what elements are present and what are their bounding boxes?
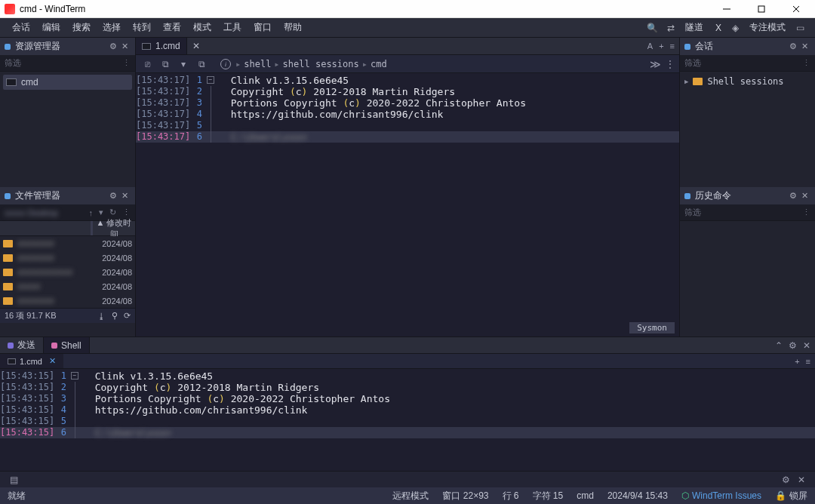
status-line: 行 6 [503, 490, 519, 502]
menu-item[interactable]: 查看 [157, 21, 187, 34]
plus-icon[interactable]: + [659, 41, 663, 51]
tab-close-button[interactable]: ✕ [187, 38, 205, 54]
terminal-icon [142, 43, 151, 50]
info-icon[interactable]: i [220, 59, 231, 69]
collapse-icon[interactable]: ⌃ [775, 340, 783, 351]
status-chars: 字符 15 [533, 490, 564, 502]
tab-send[interactable]: 发送 [0, 337, 44, 353]
pin-icon[interactable]: ⚲ [112, 311, 118, 321]
chevron-right-icon[interactable]: ≫ [650, 58, 661, 70]
new-tab-icon[interactable]: ⧉ [158, 59, 172, 69]
menu-item[interactable]: 选择 [97, 21, 127, 34]
explorer-title: 资源管理器 [15, 40, 107, 53]
focus-mode-label[interactable]: 专注模式 [743, 21, 792, 34]
status-remote[interactable]: 远程模式 [392, 490, 429, 502]
focus-icon[interactable]: ◈ [727, 23, 743, 33]
file-row[interactable]: ########2024/08 [0, 250, 135, 265]
more-icon[interactable]: ⋮ [666, 59, 675, 69]
menu-item[interactable]: 帮助 [278, 21, 308, 34]
menu-item[interactable]: 编辑 [36, 21, 66, 34]
history-nav-icon[interactable]: ⎚ [140, 59, 154, 69]
folder-icon [3, 254, 13, 262]
gear-icon[interactable]: ⚙ [778, 475, 794, 485]
menu-icon[interactable]: ≡ [670, 41, 675, 51]
transfer-in-icon[interactable]: ⭳ [97, 312, 106, 321]
file-row[interactable]: #####2024/08 [0, 279, 135, 293]
maximize-button[interactable] [744, 1, 779, 17]
up-icon[interactable]: ↑ [89, 208, 94, 217]
more-icon[interactable]: ⋮ [122, 207, 131, 217]
window-title: cmd - WindTerm [20, 4, 709, 14]
menu-icon[interactable]: ≡ [806, 357, 810, 366]
gear-icon[interactable]: ⚙ [789, 340, 797, 351]
more-icon[interactable]: ⋮ [122, 58, 131, 68]
file-row[interactable]: ############2024/08 [0, 265, 135, 279]
menu-item[interactable]: 窗口 [248, 21, 278, 34]
explorer-filter[interactable]: 筛选 ⋮ [0, 55, 135, 72]
duplicate-icon[interactable]: ⧉ [195, 59, 208, 69]
refresh-icon[interactable]: ↻ [109, 207, 116, 217]
tunnel-icon[interactable]: ⇄ [663, 23, 679, 33]
sessions-filter[interactable]: 筛选 ⋮ [680, 55, 815, 72]
close-icon[interactable]: ✕ [49, 356, 56, 366]
minimize-button[interactable] [709, 1, 744, 17]
subtab-cmd[interactable]: 1.cmd ✕ [0, 354, 63, 368]
close-icon[interactable]: ✕ [803, 340, 810, 351]
menu-item[interactable]: 搜索 [66, 21, 97, 34]
gear-icon[interactable]: ⚙ [787, 41, 799, 51]
terminal-bottom[interactable]: [15:43:15]1− Clink v1.3.15.6e6e45[15:43:… [0, 369, 815, 471]
close-icon[interactable]: ✕ [799, 191, 810, 201]
status-ready: 就绪 [8, 490, 379, 502]
tunnel-label[interactable]: 隧道 [679, 21, 709, 34]
bottom-tabbar: 发送 Shell ⌃ ⚙ ✕ [0, 337, 815, 354]
terminal-line: [15:43:15]5 [0, 416, 815, 427]
tab-cmd[interactable]: 1.cmd [136, 38, 187, 54]
gear-icon[interactable]: ⚙ [787, 191, 799, 201]
gear-icon[interactable]: ⚙ [107, 191, 119, 201]
folder-icon [3, 297, 13, 305]
sessions-panel-header: 会话 ⚙ ✕ [680, 38, 815, 55]
output-icon[interactable]: ▤ [6, 475, 22, 485]
menu-item[interactable]: 工具 [217, 21, 248, 34]
more-icon[interactable]: ⋮ [802, 58, 810, 68]
panel-dot-icon [5, 193, 11, 199]
plus-icon[interactable]: + [795, 357, 799, 366]
editor-tabbar: 1.cmd ✕ A + ≡ [136, 38, 679, 55]
sync-icon[interactable]: ⟳ [124, 311, 131, 321]
status-window: 窗口 22×93 [442, 490, 488, 502]
folder-icon [3, 240, 13, 247]
x-label[interactable]: X [709, 23, 727, 33]
status-issues-link[interactable]: ⬡WindTerm Issues [681, 490, 761, 501]
more-icon[interactable]: ⋮ [802, 207, 810, 217]
filemgr-status: 16 项 91.7 KB ⭳ ⚲ ⟳ [0, 308, 135, 323]
close-icon[interactable]: ✕ [119, 41, 131, 51]
sysmon-badge[interactable]: Sysmon [629, 322, 675, 333]
layout-icon[interactable]: ▭ [792, 23, 809, 33]
close-button[interactable] [779, 1, 813, 17]
dot-icon [51, 343, 57, 349]
file-row[interactable]: ########2024/08 [0, 236, 135, 250]
status-lock[interactable]: 🔒锁屏 [775, 490, 807, 502]
close-icon[interactable]: ✕ [799, 41, 810, 51]
menu-item[interactable]: 模式 [187, 21, 217, 34]
search-icon[interactable]: 🔍 [642, 23, 663, 33]
breadcrumb[interactable]: ▸ shell ▸ shell sessions ▸ cmd [235, 59, 645, 69]
terminal-main[interactable]: [15:43:17]1− Clink v1.3.15.6e6e45[15:43:… [136, 73, 679, 337]
file-row[interactable]: ########2024/08 [0, 293, 135, 308]
filemgr-title: 文件管理器 [15, 189, 107, 202]
font-a-icon[interactable]: A [647, 41, 653, 51]
down-icon[interactable]: ▾ [177, 59, 190, 69]
history-filter[interactable]: 筛选 ⋮ [680, 204, 815, 221]
menu-item[interactable]: 会话 [6, 21, 36, 34]
menubar: 会话编辑搜索选择转到查看模式工具窗口帮助 🔍 ⇄ 隧道 X ◈ 专注模式 ▭ [0, 18, 815, 38]
tab-shell[interactable]: Shell [44, 337, 90, 353]
menu-item[interactable]: 转到 [127, 21, 157, 34]
explorer-item-cmd[interactable]: cmd [3, 75, 132, 90]
panel-dot-icon [684, 44, 690, 50]
explorer-panel-header: 资源管理器 ⚙ ✕ [0, 38, 135, 55]
session-tree-item[interactable]: ▶ Shell sessions [684, 75, 810, 88]
close-icon[interactable]: ✕ [794, 475, 809, 485]
close-icon[interactable]: ✕ [119, 191, 131, 201]
gear-icon[interactable]: ⚙ [107, 41, 119, 51]
down-icon[interactable]: ▾ [99, 207, 103, 217]
